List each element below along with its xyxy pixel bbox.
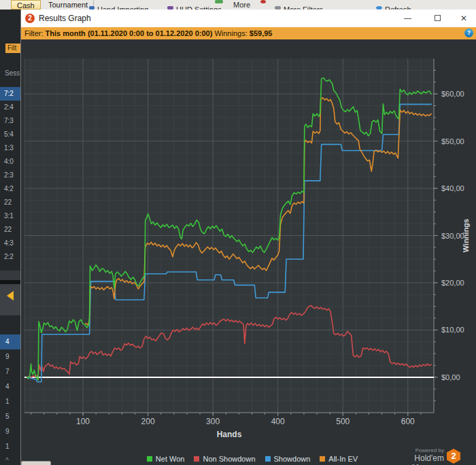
y-axis-title: Winnings [462,219,470,252]
sidebar-number-row[interactable]: 7 [0,364,20,379]
collapse-caret-icon[interactable]: ^ [5,457,9,464]
sidebar-time-row[interactable]: 7:2 [0,87,20,101]
background-sidebar: Filt Sess 7:22:47:35:41:34:02:34:2223:12… [0,10,20,465]
sidebar-number-row[interactable]: 9 [0,424,20,439]
sidebar-time-row[interactable]: 4:0 [0,155,20,169]
chart-legend: Net WonNon ShowdownShowdownAll-In EV [103,453,402,465]
maximize-icon [435,15,441,21]
filter-label: Filter: [24,29,44,37]
legend-item-all-in-ev: All-In EV [320,455,358,463]
close-button[interactable]: ✕ [454,10,476,27]
y-tick-label: $50,00 [441,137,464,145]
powered-by-block: Powered by Hold'em Manager [381,447,444,465]
x-tick-label: 600 [401,417,415,426]
reports-icon [215,0,223,3]
help-icon[interactable]: ? [464,29,473,37]
sidebar-number-row[interactable]: 9 [0,349,20,364]
background-toolbar: Cash Tournament Hand Importing HUD Setti… [0,0,476,10]
y-tick-label: $60,00 [441,90,464,98]
sidebar-filter-tab[interactable]: Filt [5,44,20,53]
minimize-button[interactable] [396,10,420,27]
toolbar-more[interactable]: More [233,1,250,9]
y-tick-label: $40,00 [441,184,464,192]
x-tick-label: 100 [76,417,90,426]
results-graph-dialog: 2 Results Graph ✕ Filter: This month (01… [20,10,476,465]
sidebar-divider [0,271,20,280]
tab-cash[interactable]: Cash [11,0,41,10]
x-tick-label: 200 [141,417,155,426]
sidebar-time-row[interactable]: 22 [0,223,20,237]
powered-by-line2: Hold'em Manager [381,453,444,465]
legend-label: Non Showdown [203,455,255,463]
close-icon: ✕ [460,14,467,23]
sidebar-time-row[interactable]: 4:3 [0,237,20,250]
sidebar-sessions-label: Sess [5,69,20,77]
sidebar-numbers-list: 49741591 [0,334,20,454]
y-tick-label: $30,00 [441,232,464,240]
legend-swatch-icon [265,456,271,462]
maximize-button[interactable] [426,10,449,27]
y-tick-label: $0,00 [441,373,460,381]
sidebar-time-row[interactable]: 5:4 [0,128,20,141]
sidebar-time-row[interactable]: 3:1 [0,209,20,223]
legend-item-net-won: Net Won [147,455,185,463]
legend-label: Showdown [274,455,311,463]
x-tick-label: 300 [206,417,220,426]
sidebar-number-row[interactable]: 5 [0,409,20,424]
x-tick-label: 500 [336,417,350,426]
sidebar-number-row[interactable]: 1 [0,394,20,409]
y-tick-label: $10,00 [441,326,464,334]
sidebar-time-row[interactable]: 22 [0,196,20,209]
legend-swatch-icon [320,456,325,462]
back-arrow-icon[interactable] [7,291,14,300]
hm-logo-icon: 2 [25,14,35,23]
results-chart: $0,00$10,00$20,00$30,00$40,00$50,00$60,0… [21,39,476,465]
sidebar-time-row[interactable]: 1:3 [0,141,20,155]
y-tick-label: $20,00 [441,279,464,287]
options-button[interactable]: Options [21,461,51,465]
legend-label: Net Won [156,455,185,463]
legend-item-non-showdown: Non Showdown [194,455,255,463]
sidebar-time-row[interactable]: 2:2 [0,250,20,264]
x-axis-title: Hands [217,430,242,439]
dialog-title: Results Graph [39,14,91,23]
filter-range: This month (01.11.2020 0:00 to 01.12.202… [46,29,213,37]
legend-label: All-In EV [328,455,358,463]
sidebar-number-row[interactable]: 4 [0,379,20,394]
sidebar-number-row[interactable]: 1 [0,439,20,454]
winnings-label: Winnings: [214,29,247,37]
sidebar-time-row[interactable]: 4:2 [0,182,20,196]
legend-swatch-icon [147,456,152,462]
sidebar-times-list: 7:22:47:35:41:34:02:34:2223:1224:32:2 [0,87,20,264]
alerts-icon [260,0,266,3]
sidebar-time-row[interactable]: 2:3 [0,169,20,182]
sidebar-number-row[interactable]: 4 [0,334,20,349]
sidebar-time-row[interactable]: 7:3 [0,114,20,128]
x-tick-label: 400 [271,417,285,426]
legend-item-showdown: Showdown [265,455,311,463]
tab-tournament[interactable]: Tournament [43,0,94,10]
legend-swatch-icon [194,456,199,462]
minimize-icon [404,18,411,19]
page-root: Cash Tournament Hand Importing HUD Setti… [0,0,476,465]
chart-window: $0,00$10,00$20,00$30,00$40,00$50,00$60,0… [21,39,476,465]
dialog-titlebar: 2 Results Graph ✕ [21,10,476,27]
powered-by-line1: Powered by [381,447,444,453]
filter-bar: Filter: This month (01.11.2020 0:00 to 0… [21,27,476,39]
winnings-value: $59,95 [250,29,273,37]
sidebar-time-row[interactable]: 2:4 [0,101,20,114]
